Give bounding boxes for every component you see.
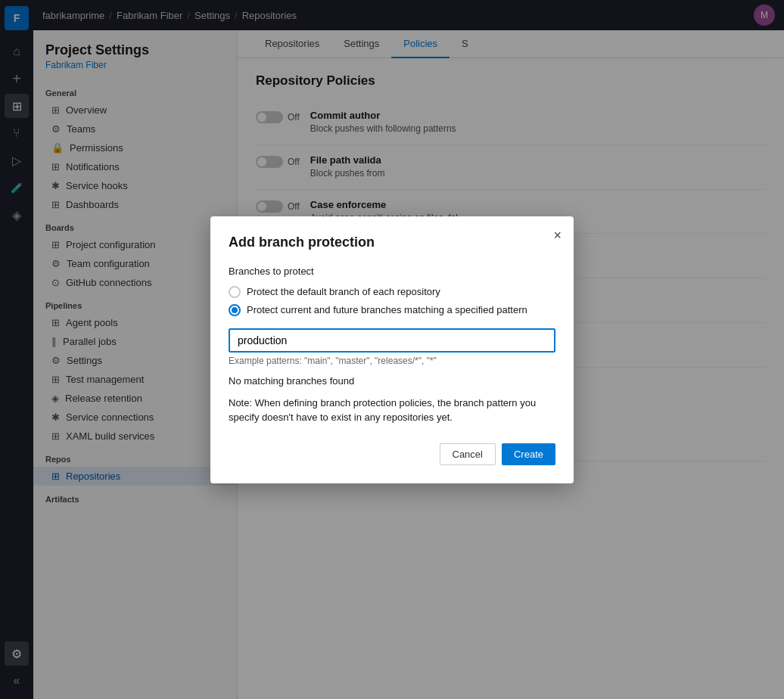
modal-add-branch-protection: Add branch protection × Branches to prot… <box>210 216 574 483</box>
radio-label-default-branch: Protect the default branch of each repos… <box>247 286 440 297</box>
modal-note: Note: When defining branch protection po… <box>229 396 555 425</box>
radio-item-pattern[interactable]: Protect current and future branches matc… <box>229 304 555 316</box>
input-hint: Example patterns: "main", "master", "rel… <box>229 356 555 366</box>
radio-item-default-branch[interactable]: Protect the default branch of each repos… <box>229 286 555 298</box>
no-match-message: No matching branches found <box>229 375 555 387</box>
radio-circle-default-branch <box>229 286 241 298</box>
modal-radio-group: Protect the default branch of each repos… <box>229 286 555 316</box>
radio-circle-pattern <box>229 304 241 316</box>
branch-pattern-input[interactable] <box>229 328 555 353</box>
modal-branches-label: Branches to protect <box>229 266 555 277</box>
radio-label-pattern: Protect current and future branches matc… <box>247 304 527 315</box>
create-button[interactable]: Create <box>502 443 555 465</box>
modal-close-button[interactable]: × <box>553 228 562 242</box>
modal-footer: Cancel Create <box>229 443 555 465</box>
cancel-button[interactable]: Cancel <box>440 443 496 465</box>
modal-title: Add branch protection <box>229 235 555 250</box>
modal-overlay[interactable]: Add branch protection × Branches to prot… <box>0 0 784 699</box>
